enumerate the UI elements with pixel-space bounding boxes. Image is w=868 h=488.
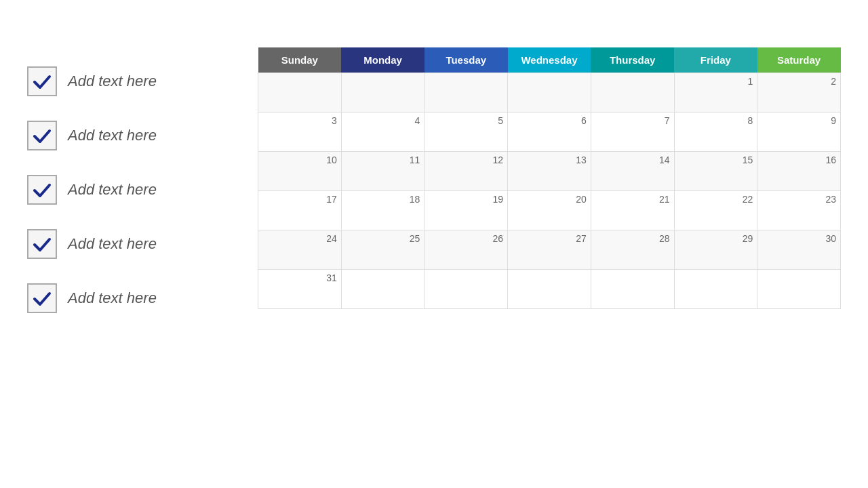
calendar-day-cell[interactable]: 19 [425, 191, 508, 230]
day-number: 31 [326, 272, 337, 283]
calendar-day-cell[interactable]: 17 [258, 191, 342, 230]
page-title [0, 0, 868, 47]
checklist-item-text: Add text here [68, 289, 157, 307]
calendar-day-cell[interactable]: 2 [757, 73, 841, 113]
calendar-day-cell[interactable]: 25 [341, 230, 425, 270]
calendar-day-cell[interactable]: 4 [341, 113, 425, 152]
calendar-day-cell[interactable]: 28 [591, 230, 674, 270]
day-number: 14 [659, 155, 670, 165]
calendar-day-cell[interactable]: 30 [757, 230, 841, 270]
calendar-day-cell[interactable]: 10 [258, 152, 342, 191]
day-number: 1 [747, 76, 753, 87]
calendar: SundayMondayTuesdayWednesdayThursdayFrid… [258, 47, 841, 309]
day-number: 3 [332, 115, 337, 126]
day-number: 30 [825, 233, 836, 244]
calendar-day-cell[interactable]: 23 [757, 191, 841, 230]
checklist-item-text: Add text here [68, 73, 157, 90]
calendar-day-cell[interactable] [425, 73, 508, 113]
checklist-item[interactable]: Add text here [27, 108, 231, 163]
checklist-item[interactable]: Add text here [27, 217, 231, 271]
calendar-table: SundayMondayTuesdayWednesdayThursdayFrid… [258, 47, 841, 309]
calendar-day-cell[interactable]: 14 [591, 152, 674, 191]
calendar-day-cell[interactable]: 27 [508, 230, 591, 270]
day-number: 10 [326, 155, 337, 165]
calendar-header-thursday: Thursday [591, 47, 674, 73]
checklist-item[interactable]: Add text here [27, 163, 231, 217]
calendar-day-cell[interactable] [425, 270, 508, 309]
calendar-header-saturday: Saturday [757, 47, 841, 73]
calendar-week-row: 17181920212223 [258, 191, 841, 230]
calendar-day-cell[interactable] [591, 270, 674, 309]
calendar-header-monday: Monday [341, 47, 425, 73]
day-number: 27 [576, 233, 587, 244]
calendar-header-wednesday: Wednesday [508, 47, 591, 73]
calendar-day-cell[interactable]: 3 [258, 113, 342, 152]
checkbox-icon [27, 283, 57, 313]
calendar-week-row: 3456789 [258, 113, 841, 152]
calendar-day-cell[interactable] [508, 73, 591, 113]
checklist-item[interactable]: Add text here [27, 271, 231, 325]
calendar-day-cell[interactable]: 29 [674, 230, 757, 270]
calendar-day-cell[interactable]: 21 [591, 191, 674, 230]
day-number: 26 [493, 233, 504, 244]
checklist-item-text: Add text here [68, 235, 157, 253]
calendar-week-row: 31 [258, 270, 841, 309]
calendar-day-cell[interactable]: 6 [508, 113, 591, 152]
calendar-day-cell[interactable] [341, 73, 425, 113]
day-number: 15 [743, 155, 753, 165]
day-number: 22 [743, 194, 753, 205]
calendar-week-row: 12 [258, 73, 841, 113]
checklist-item-text: Add text here [68, 181, 157, 199]
day-number: 29 [743, 233, 753, 244]
calendar-day-cell[interactable] [508, 270, 591, 309]
day-number: 20 [576, 194, 587, 205]
day-number: 9 [831, 115, 836, 126]
day-number: 25 [410, 233, 420, 244]
calendar-day-cell[interactable]: 15 [674, 152, 757, 191]
day-number: 12 [493, 155, 504, 165]
day-number: 2 [831, 76, 836, 87]
day-number: 17 [326, 194, 337, 205]
calendar-week-row: 24252627282930 [258, 230, 841, 270]
day-number: 4 [415, 115, 420, 126]
calendar-header-friday: Friday [674, 47, 757, 73]
calendar-day-cell[interactable]: 7 [591, 113, 674, 152]
calendar-day-cell[interactable]: 1 [674, 73, 757, 113]
calendar-day-cell[interactable] [341, 270, 425, 309]
day-number: 11 [410, 155, 420, 165]
checkbox-icon [27, 175, 57, 205]
day-number: 6 [581, 115, 587, 126]
day-number: 7 [665, 115, 670, 126]
calendar-day-cell[interactable]: 13 [508, 152, 591, 191]
calendar-week-row: 10111213141516 [258, 152, 841, 191]
calendar-day-cell[interactable] [591, 73, 674, 113]
day-number: 13 [576, 155, 587, 165]
day-number: 16 [825, 155, 836, 165]
calendar-day-cell[interactable]: 31 [258, 270, 342, 309]
calendar-header-tuesday: Tuesday [425, 47, 508, 73]
checklist-item[interactable]: Add text here [27, 54, 231, 108]
calendar-day-cell[interactable]: 18 [341, 191, 425, 230]
calendar-day-cell[interactable]: 22 [674, 191, 757, 230]
calendar-day-cell[interactable]: 9 [757, 113, 841, 152]
day-number: 19 [493, 194, 504, 205]
calendar-day-cell[interactable]: 5 [425, 113, 508, 152]
day-number: 24 [326, 233, 337, 244]
calendar-day-cell[interactable] [258, 73, 342, 113]
calendar-day-cell[interactable]: 12 [425, 152, 508, 191]
checklist-item-text: Add text here [68, 127, 157, 144]
day-number: 8 [747, 115, 753, 126]
calendar-day-cell[interactable]: 26 [425, 230, 508, 270]
day-number: 28 [659, 233, 670, 244]
calendar-day-cell[interactable] [757, 270, 841, 309]
calendar-day-cell[interactable]: 24 [258, 230, 342, 270]
day-number: 5 [498, 115, 503, 126]
calendar-day-cell[interactable] [674, 270, 757, 309]
day-number: 21 [659, 194, 670, 205]
calendar-day-cell[interactable]: 11 [341, 152, 425, 191]
calendar-day-cell[interactable]: 16 [757, 152, 841, 191]
checkbox-icon [27, 66, 57, 96]
calendar-day-cell[interactable]: 20 [508, 191, 591, 230]
calendar-day-cell[interactable]: 8 [674, 113, 757, 152]
day-number: 23 [825, 194, 836, 205]
